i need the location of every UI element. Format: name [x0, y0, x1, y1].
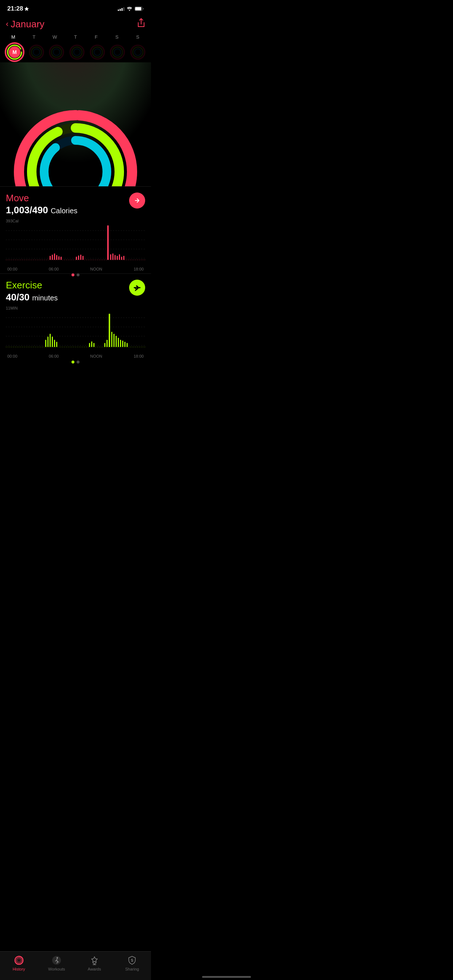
move-xlabel-2: NOON	[90, 267, 102, 271]
exercise-chart-page-dots	[6, 361, 145, 363]
month-header: ‹ January	[0, 15, 151, 34]
svg-rect-47	[78, 256, 79, 260]
week-ring-thu[interactable]	[68, 43, 86, 61]
back-chevron-icon[interactable]: ‹	[6, 19, 8, 29]
week-ring-wed[interactable]	[48, 43, 65, 61]
svg-point-0	[129, 10, 130, 11]
svg-rect-42	[54, 253, 55, 260]
exercise-chart: 11MIN	[6, 306, 145, 357]
svg-rect-70	[91, 341, 92, 347]
move-xlabel-1: 06:00	[49, 267, 59, 271]
svg-rect-41	[52, 255, 53, 260]
exercise-section: Exercise 40/30 minutes 11MIN	[0, 274, 151, 361]
day-label-sat[interactable]: S	[108, 34, 126, 40]
svg-rect-63	[45, 340, 46, 347]
move-header: Move 1,003/490 Calories	[6, 192, 145, 216]
day-label-wed[interactable]: W	[46, 34, 64, 40]
week-ring-fri[interactable]	[89, 43, 106, 61]
day-label-sun[interactable]: S	[129, 34, 146, 40]
signal-icon	[118, 6, 124, 11]
move-xlabel-3: 18:00	[134, 267, 144, 271]
week-ring-sun[interactable]	[129, 43, 147, 61]
svg-point-14	[53, 49, 60, 56]
day-label-tue[interactable]: T	[25, 34, 43, 40]
svg-rect-76	[113, 334, 115, 347]
exercise-chart-ylabel: 11MIN	[6, 306, 18, 310]
svg-rect-77	[116, 336, 117, 347]
move-detail-button[interactable]	[129, 192, 145, 208]
exercise-xlabel-1: 06:00	[49, 354, 59, 358]
svg-rect-64	[48, 337, 48, 347]
exercise-title: Exercise	[6, 280, 57, 291]
svg-point-26	[135, 49, 141, 56]
svg-rect-82	[126, 343, 128, 347]
move-title: Move	[6, 192, 77, 204]
svg-rect-74	[109, 314, 110, 347]
battery-icon	[135, 6, 144, 11]
svg-rect-68	[56, 342, 57, 347]
month-title: January	[11, 19, 45, 30]
move-chart: 393Cal	[6, 219, 145, 270]
svg-rect-80	[122, 340, 123, 347]
status-icons	[118, 6, 144, 11]
svg-rect-67	[54, 340, 55, 347]
move-dot-active	[72, 274, 74, 276]
month-nav[interactable]: ‹ January	[6, 19, 45, 30]
move-value: 1,003/490 Calories	[6, 205, 77, 216]
svg-rect-72	[104, 343, 105, 347]
move-chart-svg	[6, 224, 145, 265]
week-ring-tue[interactable]	[28, 43, 45, 61]
day-label-mon[interactable]: M	[4, 34, 22, 40]
svg-point-17	[74, 49, 80, 56]
svg-rect-52	[112, 253, 113, 260]
svg-rect-43	[56, 255, 57, 260]
week-ring-monday[interactable]: M	[4, 42, 25, 62]
svg-rect-73	[107, 340, 108, 347]
week-rings: M	[3, 42, 148, 62]
svg-point-20	[94, 49, 100, 56]
exercise-xlabel-3: 18:00	[134, 354, 144, 358]
svg-rect-50	[107, 225, 109, 260]
move-chart-ylabel: 393Cal	[6, 219, 19, 223]
exercise-header: Exercise 40/30 minutes	[6, 280, 145, 303]
move-info: Move 1,003/490 Calories	[6, 192, 77, 216]
svg-rect-44	[58, 256, 59, 260]
exercise-dot-inactive	[77, 361, 80, 363]
exercise-detail-button[interactable]	[129, 280, 145, 296]
svg-rect-56	[121, 257, 122, 260]
exercise-xlabel-0: 00:00	[7, 354, 18, 358]
exercise-xlabel-2: NOON	[90, 354, 102, 358]
svg-rect-55	[119, 254, 120, 259]
svg-rect-79	[120, 340, 121, 347]
day-label-fri[interactable]: F	[88, 34, 105, 40]
svg-point-11	[33, 49, 40, 56]
svg-point-32	[71, 124, 80, 132]
svg-rect-69	[89, 343, 90, 347]
exercise-info: Exercise 40/30 minutes	[6, 280, 57, 303]
svg-rect-81	[124, 342, 126, 347]
exercise-value: 40/30 minutes	[6, 292, 57, 303]
day-label-thu[interactable]: T	[67, 34, 84, 40]
move-chart-page-dots	[6, 274, 145, 276]
week-ring-sat[interactable]	[109, 43, 126, 61]
week-section: M T W T F S S M	[0, 34, 151, 62]
svg-rect-2	[135, 7, 142, 11]
svg-rect-66	[52, 337, 53, 347]
status-bar: 21:28	[0, 0, 151, 15]
svg-point-34	[44, 140, 107, 186]
exercise-chart-svg	[6, 312, 145, 352]
main-ring-display	[0, 62, 151, 186]
main-activity-ring	[10, 62, 141, 186]
exercise-dot-active	[72, 361, 74, 363]
svg-rect-57	[123, 256, 124, 260]
wifi-icon	[126, 6, 132, 11]
status-time: 21:28	[7, 5, 29, 13]
move-dot-inactive	[77, 274, 80, 276]
svg-rect-46	[76, 257, 77, 260]
svg-rect-40	[49, 256, 51, 260]
svg-rect-54	[117, 256, 118, 260]
exercise-chart-xlabels: 00:00 06:00 NOON 18:00	[6, 354, 145, 358]
share-button[interactable]	[137, 18, 145, 30]
svg-rect-51	[110, 254, 111, 259]
week-day-labels: M T W T F S S	[3, 34, 148, 40]
